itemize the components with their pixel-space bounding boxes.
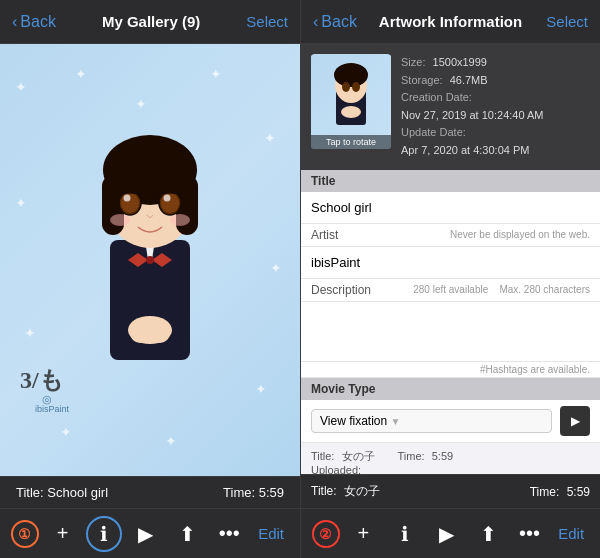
right-time-display: Time: 5:59 — [530, 485, 590, 499]
left-back-button[interactable]: ‹ Back — [12, 13, 56, 31]
right-back-button[interactable]: ‹ Back — [313, 13, 357, 31]
left-info-bar: Title: School girl Time: 5:59 — [0, 476, 300, 508]
left-title-label: Title: School girl — [16, 485, 108, 500]
svg-point-22 — [110, 214, 130, 226]
artwork-info-header: Tap to rotate Size: 1500x1999 Storage: 4… — [301, 44, 600, 170]
artwork-container: ✦ ✦ ✦ ✦ ✦ ✦ ✦ ✦ ✦ ✦ ✦ — [0, 44, 300, 476]
artist-signature: 3/も — [20, 364, 64, 396]
artwork-image[interactable]: ✦ ✦ ✦ ✦ ✦ ✦ ✦ ✦ ✦ ✦ ✦ — [0, 44, 300, 476]
right-add-button[interactable]: + — [345, 516, 381, 552]
star-decoration: ✦ — [15, 79, 27, 95]
svg-point-17 — [161, 193, 179, 213]
star-decoration: ✦ — [270, 260, 282, 276]
left-add-button[interactable]: + — [45, 516, 81, 552]
right-more-button[interactable]: ••• — [512, 516, 548, 552]
svg-point-6 — [130, 323, 150, 343]
desc-section-row: Description 280 left available Max. 280 … — [301, 279, 600, 302]
movie-row: View fixation ▼ ▶ — [311, 406, 590, 436]
svg-point-18 — [124, 195, 131, 202]
svg-point-23 — [170, 214, 190, 226]
update-row: Update Date: — [401, 124, 590, 142]
badge-1: ① — [11, 520, 39, 548]
svg-point-7 — [150, 323, 170, 343]
desc-chars-left: 280 left available Max. 280 characters — [381, 284, 590, 295]
star-decoration: ✦ — [165, 433, 177, 449]
left-bottom-toolbar: ① + ℹ ▶ ⬆ ••• Edit — [0, 508, 300, 558]
creation-value: Nov 27, 2019 at 10:24:40 AM — [401, 107, 590, 125]
title-section-header: Title — [301, 170, 600, 192]
left-select-button[interactable]: Select — [246, 13, 288, 30]
star-decoration: ✦ — [15, 195, 27, 211]
artist-hint: Never be displayed on the web. — [381, 229, 590, 240]
artist-section-header: Artist — [311, 228, 381, 242]
left-more-button[interactable]: ••• — [211, 516, 247, 552]
svg-point-4 — [146, 256, 154, 264]
rotate-label[interactable]: Tap to rotate — [311, 135, 391, 149]
svg-point-29 — [341, 106, 361, 118]
svg-point-16 — [121, 193, 139, 213]
left-play-button[interactable]: ▶ — [128, 516, 164, 552]
right-nav-title: Artwork Information — [379, 13, 522, 30]
movie-section: View fixation ▼ ▶ — [301, 400, 600, 443]
right-nav-bar: ‹ Back Artwork Information Select — [301, 0, 600, 44]
left-panel: ‹ Back My Gallery (9) Select ✦ ✦ ✦ ✦ ✦ ✦… — [0, 0, 300, 558]
movie-play-button[interactable]: ▶ — [560, 406, 590, 436]
svg-point-13 — [108, 162, 192, 198]
right-back-label[interactable]: Back — [321, 13, 357, 31]
left-time-label: Time: 5:59 — [223, 485, 284, 500]
svg-point-28 — [352, 82, 360, 92]
movie-section-header: Movie Type — [301, 378, 600, 400]
thumbnail-preview — [311, 55, 391, 135]
thumb-illustration — [321, 60, 381, 130]
right-title-display: Title: 女の子 — [311, 483, 380, 500]
left-edit-button[interactable]: Edit — [253, 516, 289, 552]
right-chevron-icon: ‹ — [313, 13, 318, 31]
title-row: Title: 女の子 Time: 5:59 — [311, 449, 590, 464]
update-value: Apr 7, 2020 at 4:30:04 PM — [401, 142, 590, 160]
left-chevron-icon: ‹ — [12, 13, 17, 31]
star-decoration: ✦ — [75, 66, 87, 82]
artist-section-row: Artist Never be displayed on the web. — [301, 224, 600, 247]
left-nav-title: My Gallery (9) — [102, 13, 200, 30]
movie-chevron-icon: ▼ — [391, 416, 401, 427]
right-edit-button[interactable]: Edit — [553, 516, 589, 552]
right-info-button[interactable]: ℹ — [387, 516, 423, 552]
description-field[interactable] — [301, 302, 600, 362]
ibispaint-watermark: ibisPaint — [35, 404, 69, 414]
left-back-label[interactable]: Back — [20, 13, 56, 31]
right-bottom-toolbar: ② + ℹ ▶ ⬆ ••• Edit — [301, 508, 600, 558]
svg-point-27 — [342, 82, 350, 92]
badge-2: ② — [312, 520, 340, 548]
uploaded-row: Uploaded: — [311, 464, 590, 474]
star-decoration: ✦ — [24, 325, 36, 341]
right-select-button[interactable]: Select — [546, 13, 588, 30]
creation-row: Creation Date: — [401, 89, 590, 107]
svg-point-19 — [164, 195, 171, 202]
left-share-button[interactable]: ⬆ — [170, 516, 206, 552]
desc-section-header: Description — [311, 283, 381, 297]
svg-point-26 — [334, 63, 368, 87]
hashtag-hint: #Hashtags are available. — [301, 362, 600, 378]
size-row: Size: 1500x1999 — [401, 54, 590, 72]
left-info-button[interactable]: ℹ — [86, 516, 122, 552]
left-nav-bar: ‹ Back My Gallery (9) Select — [0, 0, 300, 44]
thumbnail-rotate[interactable]: Tap to rotate — [311, 54, 391, 149]
artist-field[interactable]: ibisPaint — [301, 247, 600, 279]
star-decoration: ✦ — [264, 130, 276, 146]
upload-info: Title: 女の子 Time: 5:59 Uploaded: https://… — [301, 443, 600, 474]
star-decoration: ✦ — [210, 66, 222, 82]
title-field[interactable]: School girl — [301, 192, 600, 224]
right-info-bar: Title: 女の子 Time: 5:59 — [301, 474, 600, 508]
right-panel: ‹ Back Artwork Information Select — [300, 0, 600, 558]
info-details: Size: 1500x1999 Storage: 46.7MB Creation… — [401, 54, 590, 160]
right-share-button[interactable]: ⬆ — [470, 516, 506, 552]
right-content: Tap to rotate Size: 1500x1999 Storage: 4… — [301, 44, 600, 474]
movie-type-select[interactable]: View fixation ▼ — [311, 409, 552, 433]
right-play-button[interactable]: ▶ — [428, 516, 464, 552]
storage-row: Storage: 46.7MB — [401, 72, 590, 90]
anime-illustration — [40, 85, 260, 435]
